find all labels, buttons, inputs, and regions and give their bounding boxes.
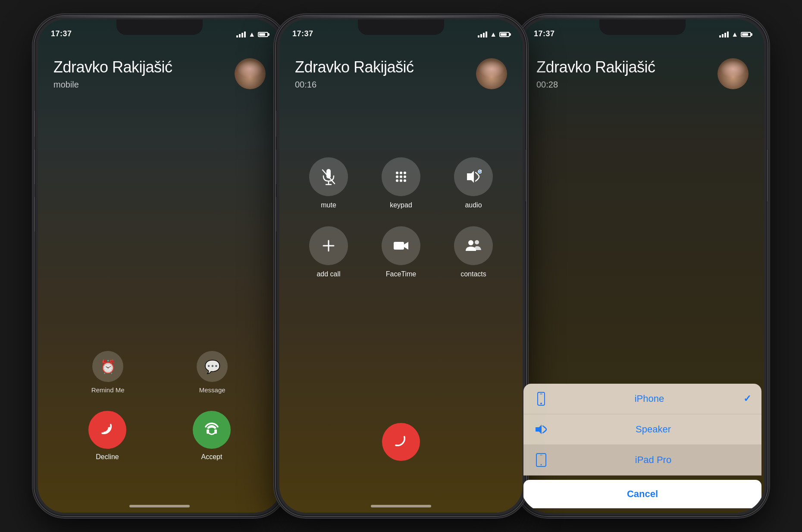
- mute-button[interactable]: mute: [297, 157, 360, 209]
- message-button[interactable]: 💬 Message: [197, 351, 228, 394]
- contact-info-2: Zdravko Rakijašić 00:16: [279, 45, 523, 90]
- svg-marker-25: [536, 425, 542, 434]
- battery-icon-1: [258, 32, 268, 37]
- wifi-icon-2: ▲: [490, 31, 497, 38]
- svg-point-9: [396, 175, 398, 178]
- svg-point-12: [396, 179, 398, 182]
- svg-rect-24: [540, 394, 542, 394]
- svg-point-14: [404, 179, 406, 182]
- svg-point-11: [404, 175, 406, 178]
- wifi-icon-3: ▲: [731, 31, 738, 38]
- phone2-frame: 17:37 ▲ Zdravko: [276, 16, 526, 516]
- contact-text-3: Zdravko Rakijašić 00:28: [536, 58, 711, 90]
- svg-point-20: [468, 240, 473, 245]
- home-indicator-2: [371, 505, 431, 507]
- svg-point-8: [404, 172, 406, 174]
- iphone-check: ✓: [743, 393, 751, 404]
- battery-icon-2: [499, 32, 510, 37]
- facetime-button[interactable]: FaceTime: [369, 226, 433, 278]
- remind-icon: ⏰: [92, 351, 123, 382]
- avatar-photo-1: [235, 58, 266, 89]
- iphone-audio-option[interactable]: iPhone ✓: [523, 384, 761, 414]
- notch: [116, 19, 203, 35]
- decline-button[interactable]: Decline: [88, 411, 126, 461]
- iphone-label: iPhone: [555, 393, 743, 404]
- status-time-1: 17:37: [51, 29, 72, 38]
- ipad-label: iPad Pro: [555, 454, 751, 466]
- call-duration-2: 00:16: [295, 80, 469, 90]
- battery-icon-3: [741, 32, 751, 37]
- contact-name-1: Zdravko Rakijašić: [53, 58, 228, 76]
- cancel-button[interactable]: Cancel: [523, 480, 761, 508]
- call-duration-3: 00:28: [536, 80, 711, 90]
- soft-buttons-row: ⏰ Remind Me 💬 Message: [55, 351, 264, 394]
- svg-rect-19: [394, 242, 404, 250]
- phone3-frame: 17:37 ▲ Zdravko: [517, 16, 768, 516]
- speaker-label: Speaker: [555, 424, 751, 435]
- call-content-2: Zdravko Rakijašić 00:16: [279, 19, 523, 513]
- add-call-circle: [309, 226, 348, 265]
- add-call-label: add call: [316, 270, 340, 278]
- call-buttons-row: Decline: [55, 411, 264, 461]
- contacts-circle: [454, 226, 493, 265]
- speaker-audio-option[interactable]: Speaker: [523, 414, 761, 445]
- speaker-icon: [534, 422, 548, 437]
- contact-name-2: Zdravko Rakijašić: [295, 58, 469, 76]
- accept-button[interactable]: Accept: [193, 411, 231, 461]
- accept-label: Accept: [201, 453, 222, 461]
- signal-bars-3: [719, 31, 729, 38]
- incoming-actions: ⏰ Remind Me 💬 Message: [38, 351, 281, 461]
- svg-point-13: [400, 179, 402, 182]
- contact-text-2: Zdravko Rakijašić 00:16: [295, 58, 469, 90]
- svg-point-10: [400, 175, 402, 178]
- keypad-label: keypad: [390, 201, 412, 209]
- status-time-2: 17:37: [292, 29, 313, 38]
- phone1-frame: 17:37 ▲ Z: [34, 16, 285, 516]
- phone1-screen: 17:37 ▲ Z: [38, 19, 281, 513]
- remind-button[interactable]: ⏰ Remind Me: [91, 351, 125, 394]
- call-type-1: mobile: [53, 80, 228, 90]
- svg-point-23: [540, 403, 542, 404]
- home-indicator-1: [129, 505, 190, 507]
- cancel-label: Cancel: [627, 488, 658, 499]
- decline-circle: [88, 411, 126, 449]
- svg-point-6: [396, 172, 398, 174]
- phone2-screen: 17:37 ▲ Zdravko: [279, 19, 523, 513]
- contact-info-1: Zdravko Rakijašić mobile: [38, 45, 281, 90]
- mute-label: mute: [321, 201, 336, 209]
- end-call-circle: [382, 423, 420, 461]
- svg-point-21: [475, 240, 479, 244]
- call-content-1: Zdravko Rakijašić mobile ⏰ Remind Me: [38, 19, 281, 513]
- audio-picker: iPhone ✓ Speaker: [521, 384, 764, 513]
- facetime-label: FaceTime: [386, 270, 417, 278]
- add-call-button[interactable]: add call: [297, 226, 360, 278]
- avatar-2: [476, 58, 507, 89]
- signal-bars-2: [478, 31, 487, 38]
- notch-3: [599, 19, 686, 35]
- avatar-photo-3: [717, 58, 749, 89]
- wifi-icon-1: ▲: [248, 31, 255, 38]
- message-label: Message: [199, 386, 226, 394]
- svg-marker-15: [467, 171, 474, 183]
- status-time-3: 17:37: [534, 29, 555, 38]
- mute-circle: [309, 157, 348, 196]
- contacts-label: contacts: [461, 270, 486, 278]
- end-call-button[interactable]: [382, 423, 420, 461]
- status-icons-3: ▲: [719, 31, 751, 38]
- remind-label: Remind Me: [91, 386, 125, 394]
- avatar-3: [717, 58, 749, 89]
- facetime-circle: [382, 226, 420, 265]
- status-icons-1: ▲: [236, 31, 268, 38]
- svg-point-7: [400, 172, 402, 174]
- ipad-audio-option[interactable]: iPad Pro: [523, 445, 761, 476]
- contacts-button[interactable]: contacts: [442, 226, 505, 278]
- message-icon: 💬: [197, 351, 228, 382]
- keypad-button[interactable]: keypad: [369, 157, 433, 209]
- audio-button[interactable]: audio: [442, 157, 505, 209]
- iphone-icon: [534, 391, 548, 406]
- keypad-circle: [382, 157, 420, 196]
- svg-point-27: [541, 464, 542, 466]
- phones-container: 17:37 ▲ Z: [34, 16, 768, 516]
- notch-2: [358, 19, 444, 35]
- accept-circle: [193, 411, 231, 449]
